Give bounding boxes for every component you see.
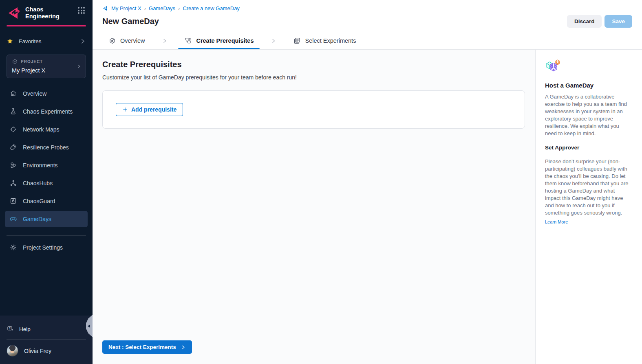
discard-button[interactable]: Discard — [567, 15, 602, 28]
tab-label: Overview — [120, 37, 145, 44]
project-selector[interactable]: PROJECT My Project X — [7, 55, 86, 78]
sidebar-bottom: ? Help Olivia Frey — [0, 316, 93, 364]
page-title: New GameDay — [102, 17, 567, 26]
module-grid-icon[interactable] — [78, 7, 86, 15]
breadcrumb-link-create-gameday[interactable]: Create a new GameDay — [183, 5, 239, 11]
prerequisites-flow-icon — [184, 37, 192, 45]
project-name: My Project X — [12, 67, 82, 74]
tab-label: Select Experiments — [305, 37, 356, 44]
sidebar-spacer — [0, 257, 93, 316]
chevron-right-icon — [161, 38, 168, 44]
environments-icon — [9, 161, 17, 169]
cube-icon — [12, 59, 18, 65]
sidebar-divider — [7, 235, 86, 236]
experiments-stack-icon — [293, 37, 301, 45]
help-label: Help — [19, 326, 31, 332]
chaos-hexagon-icon — [108, 37, 116, 45]
main-column: My Project X › GameDays › Create a new G… — [93, 0, 642, 364]
tab-separator — [260, 32, 287, 49]
help-paragraph-1: A GameDay is a collaborative exercise to… — [545, 93, 631, 137]
chevron-right-icon — [180, 344, 186, 350]
sidebar-nav: Overview Chaos Experiments Network Maps — [0, 86, 93, 229]
chevron-right-icon — [79, 38, 86, 45]
add-prerequisite-button[interactable]: Add prerequisite — [116, 103, 183, 116]
breadcrumb-link-gamedays[interactable]: GameDays — [149, 5, 175, 11]
save-button[interactable]: Save — [604, 15, 632, 28]
gear-icon — [9, 243, 17, 251]
guard-lock-icon — [9, 197, 17, 205]
help-button[interactable]: ? Help — [0, 320, 93, 338]
sidebar-item-resilience-probes[interactable]: Resilience Probes — [5, 139, 88, 156]
nav-label: Environments — [23, 162, 58, 169]
network-map-icon — [9, 125, 17, 133]
help-panel-heading: Host a GameDay — [545, 82, 631, 89]
nav-label: Network Maps — [23, 126, 59, 133]
page-header: My Project X › GameDays › Create a new G… — [93, 0, 642, 32]
app-window: Chaos Engineering Favorites PROJECT My P… — [0, 0, 642, 364]
content: Create Prerequisites Customize your list… — [93, 50, 642, 364]
work-area: Create Prerequisites Customize your list… — [93, 50, 535, 364]
help-chat-icon: ? — [7, 325, 14, 333]
add-prerequisite-label: Add prerequisite — [131, 106, 176, 113]
section-heading: Create Prerequisites — [102, 60, 525, 69]
sidebar: Chaos Engineering Favorites PROJECT My P… — [0, 0, 93, 364]
help-paragraph-2: Please don’t surprise your (non-particip… — [545, 158, 631, 217]
plus-icon — [122, 107, 128, 112]
brand-row: Chaos Engineering — [0, 0, 93, 25]
favorites-label: Favorites — [19, 38, 79, 44]
flask-icon — [9, 107, 17, 115]
cubes-illustration-icon — [545, 59, 561, 74]
chevron-right-icon — [76, 64, 82, 69]
sidebar-item-favorites[interactable]: Favorites — [7, 35, 86, 48]
hub-icon — [9, 179, 17, 187]
brand-divider — [7, 25, 86, 26]
breadcrumb-link-project[interactable]: My Project X — [111, 5, 141, 11]
sidebar-item-gamedays[interactable]: GameDays — [5, 211, 88, 227]
project-logo-icon — [102, 5, 108, 11]
breadcrumb: My Project X › GameDays › Create a new G… — [102, 4, 632, 12]
learn-more-link[interactable]: Learn More — [545, 219, 568, 224]
user-menu[interactable]: Olivia Frey — [0, 340, 93, 364]
probe-icon — [9, 143, 17, 151]
star-icon — [7, 38, 13, 45]
sidebar-item-overview[interactable]: Overview — [5, 86, 88, 102]
prerequisites-card: Add prerequisite — [102, 90, 525, 129]
sidebar-item-chaos-experiments[interactable]: Chaos Experiments — [5, 103, 88, 120]
nav-label: ChaosHubs — [23, 180, 53, 186]
nav-label: Overview — [23, 90, 46, 97]
sidebar-item-project-settings[interactable]: Project Settings — [5, 239, 88, 256]
nav-label: Chaos Experiments — [23, 108, 73, 115]
tab-separator — [151, 32, 178, 49]
section-subtitle: Customize your list of GameDay prerequis… — [102, 74, 525, 81]
wizard-tabbar: Overview Create Prerequisites — [93, 32, 642, 50]
breadcrumb-separator: › — [178, 5, 180, 11]
gamepad-icon — [9, 215, 17, 223]
next-select-experiments-button[interactable]: Next : Select Experiments — [102, 340, 192, 354]
nav-label: ChaosGuard — [23, 198, 55, 204]
nav-label: GameDays — [23, 216, 51, 222]
chevron-right-icon — [270, 38, 276, 44]
avatar — [7, 345, 18, 357]
chevron-left-icon — [88, 325, 90, 328]
sidebar-item-environments[interactable]: Environments — [5, 157, 88, 173]
sidebar-item-chaoshubs[interactable]: ChaosHubs — [5, 175, 88, 191]
user-name: Olivia Frey — [24, 348, 51, 354]
next-button-label: Next : Select Experiments — [108, 344, 176, 350]
project-label: PROJECT — [21, 59, 43, 64]
tab-select-experiments[interactable]: Select Experiments — [287, 32, 362, 49]
nav-label: Resilience Probes — [23, 144, 69, 151]
brand-title: Chaos Engineering — [25, 5, 78, 20]
tab-overview[interactable]: Overview — [102, 32, 151, 49]
sidebar-item-network-maps[interactable]: Network Maps — [5, 121, 88, 138]
home-icon — [9, 90, 17, 97]
title-row: New GameDay Discard Save — [102, 15, 632, 32]
help-panel: Host a GameDay A GameDay is a collaborat… — [535, 50, 642, 364]
help-subheading: Set Approver — [545, 145, 631, 151]
chaos-engineering-logo-icon — [7, 6, 21, 20]
tab-label: Create Prerequisites — [196, 37, 254, 44]
breadcrumb-separator: › — [144, 5, 146, 11]
sidebar-item-chaosguard[interactable]: ChaosGuard — [5, 193, 88, 209]
svg-text:?: ? — [9, 327, 11, 330]
tab-create-prerequisites[interactable]: Create Prerequisites — [178, 32, 260, 49]
project-tag: PROJECT — [12, 59, 82, 65]
